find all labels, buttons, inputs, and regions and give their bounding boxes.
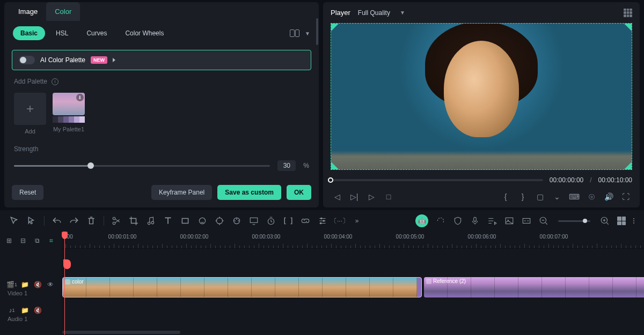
play-badge-icon[interactable] — [113, 58, 115, 62]
magnet-icon[interactable]: ⌗ — [46, 236, 56, 245]
horizontal-scrollbar[interactable] — [62, 331, 180, 334]
folder-icon[interactable]: 📁 — [20, 280, 29, 289]
ruler-label: 00:00:05:00 — [396, 234, 425, 240]
arrow-select-icon[interactable] — [27, 216, 36, 226]
palette-add-tile[interactable]: + Add — [14, 93, 46, 135]
split-icon[interactable] — [112, 216, 121, 226]
subtitle-icon[interactable] — [522, 216, 531, 226]
timer-icon[interactable] — [266, 216, 276, 226]
rotate-icon[interactable] — [436, 216, 445, 226]
rect-icon[interactable] — [180, 216, 190, 226]
prev-frame-icon[interactable]: ◁ — [333, 192, 341, 201]
eye-icon[interactable]: 👁 — [46, 280, 55, 289]
tab-image[interactable]: Image — [10, 2, 46, 21]
ruler-label: 00:00:06:00 — [468, 234, 496, 240]
music-note-icon[interactable] — [146, 216, 156, 226]
download-icon[interactable]: ⬇ — [76, 94, 84, 101]
clip-fx-icon — [426, 279, 431, 284]
clip-reference[interactable]: Reference (2) — [424, 277, 644, 297]
quality-dropdown[interactable]: Full Quality — [358, 9, 390, 17]
subtab-hsl[interactable]: HSL — [48, 26, 76, 40]
mute-icon[interactable]: 🔇 — [33, 280, 42, 289]
color-icon[interactable] — [232, 216, 241, 226]
link-icon[interactable] — [301, 216, 310, 226]
image-icon[interactable] — [504, 216, 514, 226]
scrub-handle[interactable] — [328, 177, 333, 183]
more-vertical-icon[interactable] — [633, 218, 634, 224]
redo-icon[interactable] — [69, 216, 79, 226]
plus-icon[interactable]: + — [14, 93, 46, 125]
monitor-icon[interactable]: ⌨ — [570, 192, 579, 201]
subtab-basic[interactable]: Basic — [13, 26, 45, 40]
reset-button[interactable]: Reset — [12, 185, 43, 200]
clip-color[interactable]: color — [62, 277, 422, 297]
zoom-in-icon[interactable] — [600, 216, 610, 226]
scrub-track[interactable] — [331, 179, 543, 181]
mute-icon[interactable]: 🔇 — [33, 306, 42, 315]
delete-icon[interactable] — [86, 216, 96, 226]
folder-icon[interactable]: 📁 — [20, 306, 29, 315]
snapshot-icon[interactable]: ⦾ — [587, 192, 596, 201]
play-icon[interactable]: ▷ — [367, 192, 376, 201]
player-panel: Player Full Quality ▼ 00:00:00:00 / 00:0… — [323, 2, 640, 207]
tab-color[interactable]: Color — [46, 2, 80, 21]
info-icon[interactable]: i — [52, 78, 58, 85]
scrollbar[interactable] — [316, 18, 318, 45]
playlist-icon[interactable] — [487, 216, 497, 226]
link-track-icon[interactable]: ⧉ — [32, 236, 42, 245]
ai-assistant-icon[interactable]: 🤖 — [415, 214, 428, 227]
crop-handle-tr[interactable] — [624, 24, 632, 31]
compare-icon[interactable] — [290, 29, 299, 37]
track-header-audio1[interactable]: ♪1 📁 🔇 Audio 1 — [0, 301, 62, 327]
strength-slider[interactable] — [14, 165, 270, 167]
zoom-slider[interactable] — [558, 220, 590, 222]
track-header-video1[interactable]: 🎬1 📁 🔇 👁 Video 1 — [0, 276, 62, 301]
cursor-icon[interactable] — [10, 216, 19, 226]
keyframe-panel-button[interactable]: Keyframe Panel — [151, 185, 212, 200]
keypad-icon[interactable] — [624, 9, 632, 17]
crop-icon[interactable] — [129, 216, 138, 226]
stop-icon[interactable]: □ — [384, 192, 393, 201]
more-options-icon[interactable]: 〔···〕 — [335, 216, 345, 226]
chevron-down-icon[interactable]: ⌄ — [553, 192, 561, 201]
ripple-icon[interactable]: ⊟ — [18, 236, 28, 245]
brace-close-icon[interactable]: } — [518, 192, 527, 201]
add-track-icon[interactable]: ⊞ — [4, 236, 14, 245]
audio-track-1[interactable] — [62, 300, 644, 326]
subtab-curves[interactable]: Curves — [79, 26, 114, 40]
timeline-ruler[interactable]: 0:0000:00:01:0000:00:02:0000:00:03:0000:… — [62, 232, 644, 249]
svg-point-6 — [216, 218, 222, 224]
palette-item-1[interactable]: ⬇ My Palette1 — [53, 93, 85, 135]
fullscreen-icon[interactable]: ⛶ — [621, 192, 630, 201]
chevron-down-icon[interactable]: ▼ — [398, 8, 407, 18]
timeline-body[interactable]: 0:0000:00:01:0000:00:02:0000:00:03:0000:… — [62, 232, 644, 335]
brace-open-icon[interactable]: { — [501, 192, 510, 201]
crop-handle-tl[interactable] — [331, 24, 339, 31]
ai-color-toggle[interactable] — [19, 56, 35, 64]
expand-right-icon[interactable]: » — [352, 216, 362, 226]
slider-handle[interactable] — [87, 162, 94, 169]
sliders-icon[interactable] — [318, 216, 327, 226]
bracket-icon[interactable] — [283, 216, 293, 226]
ok-button[interactable]: OK — [287, 185, 311, 200]
view-grid-icon[interactable] — [617, 217, 626, 225]
text-icon[interactable] — [163, 216, 173, 226]
volume-icon[interactable]: 🔊 — [604, 192, 613, 201]
video-preview[interactable] — [331, 23, 632, 170]
mic-icon[interactable] — [470, 216, 480, 226]
face-effects-icon[interactable] — [197, 216, 207, 226]
zoom-out-icon[interactable] — [539, 216, 548, 226]
save-as-custom-button[interactable]: Save as custom — [217, 185, 281, 200]
marker-icon[interactable]: ▢ — [536, 192, 544, 201]
shield-icon[interactable] — [453, 216, 463, 226]
playhead[interactable] — [64, 232, 65, 335]
play-reverse-icon[interactable]: ▷| — [350, 192, 358, 201]
chevron-down-icon[interactable]: ▼ — [303, 28, 312, 39]
strength-value[interactable]: 30 — [277, 160, 296, 171]
crosshair-icon[interactable] — [215, 216, 224, 226]
video-track-1[interactable]: color Reference (2) — [62, 274, 644, 300]
palette-thumb[interactable]: ⬇ — [53, 93, 85, 115]
subtab-color-wheels[interactable]: Color Wheels — [118, 26, 171, 40]
screen-icon[interactable] — [249, 216, 259, 226]
undo-icon[interactable] — [52, 216, 62, 226]
